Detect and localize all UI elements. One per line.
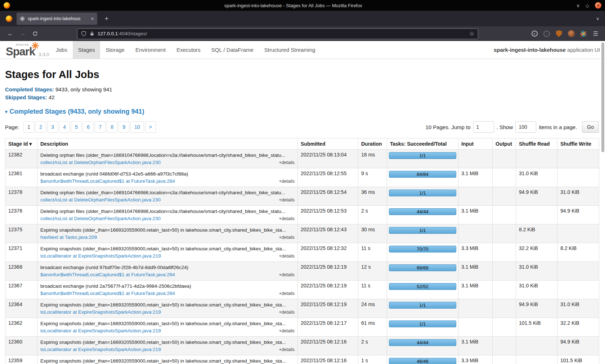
page-button-1[interactable]: 1 (23, 121, 34, 133)
page-button-9[interactable]: 9 (118, 121, 129, 133)
details-toggle[interactable]: +details (279, 160, 295, 165)
spark-header: APACHE Spark 3.3.0 JobsStagesStorageEnvi… (0, 41, 605, 59)
page-button-10[interactable]: 10 (130, 121, 144, 133)
stage-callsite-link[interactable]: collectAsList at DeleteOrphanFilesSparkA… (40, 215, 161, 222)
details-toggle[interactable]: +details (279, 216, 295, 221)
details-toggle[interactable]: +details (279, 197, 295, 203)
stage-callsite-link[interactable]: collectAsList at DeleteOrphanFilesSparkA… (40, 197, 161, 203)
column-header[interactable]: Input (458, 138, 493, 150)
stage-callsite-link[interactable]: $anonfun$withThreadLocalCaptured$1 at Fu… (40, 272, 175, 278)
jump-to-page-input[interactable] (473, 121, 494, 133)
nav-tab-sql-dataframe[interactable]: SQL / DataFrame (206, 41, 259, 59)
details-toggle[interactable]: +details (279, 272, 295, 277)
nav-tab-jobs[interactable]: Jobs (50, 41, 73, 59)
submitted-cell: 2022/11/25 08:12:32 (298, 243, 358, 262)
column-header[interactable]: Shuffle Write (557, 138, 599, 150)
privacy-badge-icon[interactable] (543, 30, 550, 37)
nav-tab-stages[interactable]: Stages (73, 41, 100, 59)
details-toggle[interactable]: +details (279, 291, 295, 296)
back-icon[interactable]: ← (4, 28, 17, 39)
details-toggle[interactable]: +details (279, 254, 295, 259)
tasks-cell: 68/68 (387, 262, 458, 281)
stage-callsite-link[interactable]: toLocalIterator at ExpireSnapshotsSparkA… (40, 309, 161, 315)
stage-description: Expiring snapshots (older_than=166932055… (40, 301, 295, 308)
completed-stages-section-toggle[interactable]: ▾ Completed Stages (9433, only showing 9… (5, 108, 600, 115)
completed-stages-summary: Completed Stages: 9433, only showing 941 (5, 86, 600, 94)
forward-icon[interactable]: → (17, 28, 29, 39)
page-button-3[interactable]: 3 (47, 121, 58, 133)
lock-icon[interactable] (90, 31, 94, 36)
shuffle-read-cell (516, 150, 557, 168)
window-title: spark-ingest-into-lakehouse - Stages for… (10, 3, 576, 8)
save-to-pocket-icon[interactable]: ∨ (531, 30, 538, 37)
adblock-shield-icon[interactable] (555, 30, 563, 37)
scrollbar-thumb[interactable] (601, 42, 604, 152)
shuffle-read-cell: 101.5 KiB (516, 318, 557, 337)
items-per-page-input[interactable] (515, 121, 536, 133)
duration-cell: 18 ms (358, 150, 387, 168)
page-button-2[interactable]: 2 (35, 121, 46, 133)
maximize-icon[interactable]: ◇ (586, 3, 589, 8)
column-header[interactable]: Duration (358, 138, 387, 150)
minimize-icon[interactable]: ∨ (576, 3, 580, 8)
page-button-4[interactable]: 4 (59, 121, 70, 133)
stage-callsite-link[interactable]: $anonfun$withThreadLocalCaptured$1 at Fu… (40, 290, 175, 297)
page-button-6[interactable]: 6 (83, 121, 94, 133)
stage-id-cell: 12382 (5, 150, 37, 168)
nav-tab-environment[interactable]: Environment (130, 41, 171, 59)
column-header[interactable]: Tasks: Succeeded/Total (387, 138, 458, 150)
close-icon[interactable]: × (595, 2, 601, 9)
column-header[interactable]: Output (493, 138, 516, 150)
reload-icon[interactable] (29, 28, 41, 39)
go-button[interactable]: Go (582, 121, 599, 133)
menu-icon[interactable]: ☰ (592, 30, 599, 37)
browser-tab[interactable]: spark-ingest-into-lakehous × (17, 13, 97, 25)
submitted-cell: 2022/11/25 08:12:43 (298, 224, 358, 243)
stage-callsite-link[interactable]: toLocalIterator at ExpireSnapshotsSparkA… (40, 253, 161, 259)
details-toggle[interactable]: +details (279, 347, 295, 352)
tab-close-icon[interactable]: × (91, 15, 94, 22)
shuffle-write-cell (557, 281, 599, 299)
table-row: 12382 Deleting orphan files (older_than=… (5, 150, 599, 168)
description-cell: broadcast exchange (runId 048fd06f-d753-… (37, 168, 298, 187)
stage-callsite-link[interactable]: toLocalIterator at ExpireSnapshotsSparkA… (40, 346, 161, 353)
column-header[interactable]: Description (37, 138, 298, 150)
account-avatar-icon[interactable] (568, 30, 575, 37)
column-header[interactable]: Submitted (298, 138, 358, 150)
completed-stages-label[interactable]: Completed Stages: (5, 86, 54, 92)
new-tab-button[interactable]: + (102, 15, 112, 23)
details-toggle[interactable]: +details (279, 179, 295, 184)
skipped-stages-label[interactable]: Skipped Stages: (5, 94, 47, 100)
details-toggle[interactable]: +details (279, 328, 295, 333)
tracking-protection-shield-icon[interactable] (81, 31, 86, 36)
page-button-8[interactable]: 8 (107, 121, 117, 133)
details-toggle[interactable]: +details (279, 310, 295, 315)
page-button-next[interactable]: > (145, 121, 156, 133)
list-all-tabs-icon[interactable]: ∨ (596, 16, 599, 21)
nav-tab-structured-streaming[interactable]: Structured Streaming (259, 41, 321, 59)
firefox-view-icon[interactable] (6, 15, 12, 22)
spark-logo[interactable]: APACHE Spark 3.3.0 (5, 42, 36, 59)
extension-asterisk-icon[interactable] (580, 30, 587, 37)
stage-callsite-link[interactable]: hasNext at Tasks.java:209 (40, 234, 97, 241)
url-text[interactable]: 127.0.0.1:4040/stages/ (98, 31, 147, 36)
input-cell: 3.1 MiB (458, 281, 493, 299)
table-row: 12367 broadcast exchange (runId 2a75677f… (5, 281, 599, 299)
url-bar[interactable]: 127.0.0.1:4040/stages/ ☆ (77, 28, 478, 39)
page-button-7[interactable]: 7 (95, 121, 106, 133)
nav-tab-executors[interactable]: Executors (171, 41, 206, 59)
nav-tab-storage[interactable]: Storage (100, 41, 130, 59)
page-title: Stages for All Jobs (5, 69, 600, 81)
bookmark-star-icon[interactable]: ☆ (469, 30, 474, 37)
page-button-5[interactable]: 5 (71, 121, 82, 133)
details-toggle[interactable]: +details (279, 235, 295, 240)
stage-callsite-link[interactable]: toLocalIterator at ExpireSnapshotsSparkA… (40, 328, 161, 334)
tasks-progress-label: 1/1 (419, 302, 426, 308)
column-header[interactable]: Shuffle Read (516, 138, 557, 150)
window-titlebar: spark-ingest-into-lakehouse - Stages for… (0, 0, 605, 11)
application-label: spark-ingest-into-lakehouse application … (494, 47, 600, 53)
stage-callsite-link[interactable]: collectAsList at DeleteOrphanFilesSparkA… (40, 159, 161, 166)
column-header[interactable]: Stage Id ▾ (5, 138, 37, 150)
stage-callsite-link[interactable]: $anonfun$withThreadLocalCaptured$1 at Fu… (40, 178, 175, 185)
stage-description: Expiring snapshots (older_than=166932055… (40, 320, 295, 327)
